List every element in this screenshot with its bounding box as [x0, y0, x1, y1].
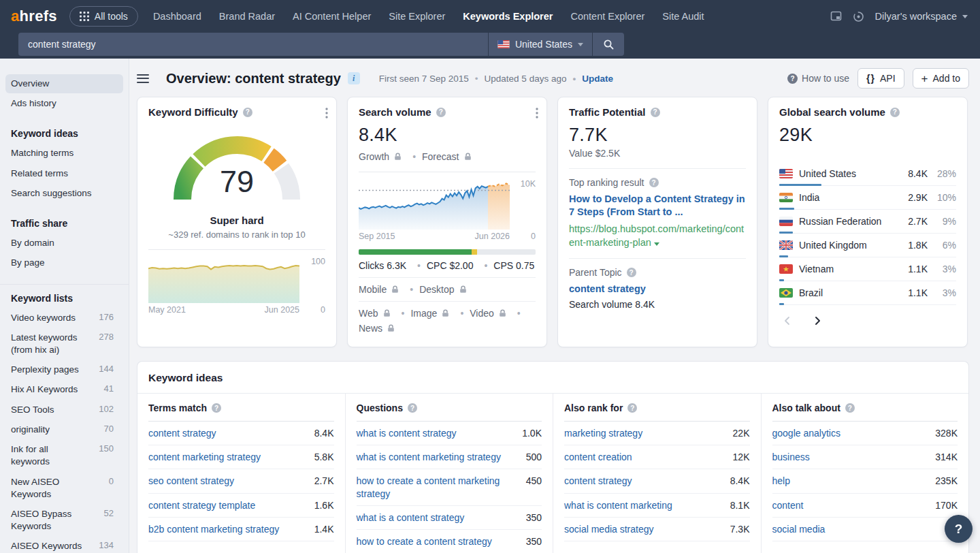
sidebar-list-perplexity-pages[interactable]: Perplexity pages144	[5, 360, 123, 379]
nav-item-keywords-explorer[interactable]: Keywords Explorer	[463, 11, 553, 22]
cps-metric: CPS 0.75	[493, 260, 534, 271]
keyword-link[interactable]: google analytics	[772, 427, 840, 439]
nav-item-ai-content-helper[interactable]: AI Content Helper	[293, 11, 371, 22]
workspace-name: Dilyar's workspace	[875, 11, 957, 22]
update-link[interactable]: Update	[566, 74, 613, 84]
keyword-link[interactable]: what is a content strategy	[357, 511, 465, 524]
terms-match-column: Terms match content strategy8.4K content…	[137, 394, 346, 553]
top-ranking-result-link[interactable]: How to Develop a Content Strategy in 7 S…	[569, 193, 746, 219]
help-icon[interactable]	[627, 403, 637, 413]
keyword-volume: 350	[526, 535, 542, 548]
sidebar-list-hix-ai-keywords[interactable]: Hix AI Keywords41	[5, 380, 123, 399]
keyword-difficulty-card: Keyword Difficulty 79 Super hard	[137, 97, 337, 347]
help-icon[interactable]	[651, 108, 660, 117]
help-icon[interactable]	[243, 108, 252, 117]
nav-item-content-explorer[interactable]: Content Explorer	[570, 11, 644, 22]
keyword-volume: 8.4K	[314, 427, 334, 439]
forecast-item[interactable]: Forecast	[422, 151, 471, 162]
keyword-link[interactable]: help	[772, 475, 790, 487]
api-button[interactable]: {} API	[858, 68, 904, 89]
web-item[interactable]: Web	[359, 308, 410, 319]
keyword-link[interactable]: how to create a content strategy	[357, 535, 492, 548]
keyword-link[interactable]: what is content marketing strategy	[357, 451, 501, 463]
all-tools-button[interactable]: All tools	[69, 6, 138, 27]
keyword-link[interactable]: content creation	[564, 451, 632, 463]
sidebar-list-originality[interactable]: originality70	[5, 420, 123, 439]
braces-icon: {}	[866, 73, 875, 84]
usage-gauge-icon[interactable]	[853, 11, 864, 22]
keyword-link[interactable]: content marketing strategy	[148, 451, 261, 463]
keyword-link[interactable]: what is content marketing	[564, 499, 672, 511]
sidebar-list-video-keywords[interactable]: Video keywords176	[5, 309, 123, 328]
sidebar-item-search-suggestions[interactable]: Search suggestions	[5, 184, 123, 203]
add-to-button[interactable]: + Add to	[913, 68, 969, 89]
kebab-menu-icon[interactable]	[534, 106, 540, 123]
sidebar-list-ink-for-all-keywords[interactable]: Ink for all keywords150	[5, 440, 123, 471]
growth-item[interactable]: Growth	[359, 151, 422, 162]
nav-item-site-explorer[interactable]: Site Explorer	[389, 11, 445, 22]
sidebar-item-by-page[interactable]: By page	[5, 253, 123, 272]
keyword-link[interactable]: content strategy	[564, 475, 632, 487]
keyword-link[interactable]: b2b content marketing strategy	[148, 523, 279, 535]
sidebar-list-aiseo-keywords[interactable]: AISEO Keywords134	[5, 537, 123, 553]
nav-item-dashboard[interactable]: Dashboard	[153, 11, 201, 22]
prev-page-icon[interactable]	[782, 314, 792, 330]
sidebar-item-matching-terms[interactable]: Matching terms	[5, 144, 123, 163]
help-icon[interactable]	[436, 108, 446, 117]
next-page-icon[interactable]	[813, 314, 823, 330]
workspace-menu[interactable]: Dilyar's workspace	[875, 11, 968, 22]
keyword-row: social media16	[772, 518, 958, 541]
keyword-link[interactable]: business	[772, 451, 810, 463]
help-icon[interactable]	[212, 403, 221, 413]
country-share-bar	[779, 303, 784, 305]
sidebar-item-by-domain[interactable]: By domain	[5, 234, 123, 253]
search-button[interactable]	[593, 33, 624, 56]
difficulty-chart-plot	[148, 255, 299, 303]
keyword-link[interactable]: content	[772, 499, 804, 511]
help-icon[interactable]	[890, 108, 900, 117]
sidebar-item-ads-history[interactable]: Ads history	[5, 94, 123, 113]
kebab-menu-icon[interactable]	[324, 106, 329, 123]
sidebar-item-related-terms[interactable]: Related terms	[5, 164, 123, 183]
mobile-item[interactable]: Mobile	[359, 284, 419, 295]
ahrefs-logo[interactable]: ahrefs	[11, 7, 57, 25]
menu-toggle-icon[interactable]	[137, 70, 150, 86]
keyword-link[interactable]: seo content strategy	[148, 475, 234, 487]
keyword-link[interactable]: how to create a content marketing strate…	[357, 475, 518, 499]
question-circle-icon	[787, 74, 798, 84]
keyword-link[interactable]: content strategy template	[148, 499, 255, 511]
help-chat-button[interactable]: ?	[945, 515, 973, 543]
video-item[interactable]: Video	[470, 308, 526, 319]
traffic-value: Value $2.5K	[569, 148, 746, 159]
help-icon[interactable]	[408, 403, 417, 413]
help-icon[interactable]	[627, 268, 636, 277]
keyword-row: content marketing strategy5.8K	[148, 445, 334, 469]
list-count: 41	[95, 383, 114, 396]
keyword-row: business314K	[772, 445, 958, 469]
sidebar-item-overview[interactable]: Overview	[5, 74, 123, 93]
sidebar-list-seo-tools[interactable]: SEO Tools102	[5, 400, 123, 420]
sidebar-list-aiseo-bypass-keywords[interactable]: AISEO Bypass Keywords52	[5, 505, 123, 536]
desktop-item[interactable]: Desktop	[419, 284, 466, 295]
how-to-use-link[interactable]: How to use	[787, 73, 849, 84]
country-select[interactable]: United States	[489, 39, 592, 50]
keyword-link[interactable]: marketing strategy	[564, 427, 642, 439]
info-badge-icon[interactable]: i	[348, 72, 360, 84]
keyword-link[interactable]: social media strategy	[564, 523, 654, 535]
news-item[interactable]: News	[359, 323, 395, 334]
flag-gb-icon	[779, 240, 793, 250]
sidebar-list-new-aiseo-keywords[interactable]: New AISEO Keywords0	[5, 473, 123, 504]
keyword-search-input[interactable]: content strategy	[18, 39, 488, 50]
keyword-link[interactable]: content strategy	[148, 427, 216, 439]
top-ranking-result-url[interactable]: https://blog.hubspot.com/marketing/conte…	[569, 222, 746, 250]
sidebar-list-latest-keywords[interactable]: Latest keywords (from hix ai)278	[5, 328, 123, 360]
nav-item-brand-radar[interactable]: Brand Radar	[219, 11, 275, 22]
image-item[interactable]: Image	[410, 308, 470, 319]
help-icon[interactable]	[649, 178, 659, 187]
parent-topic-link[interactable]: content strategy	[569, 283, 646, 294]
keyword-link[interactable]: what is content strategy	[357, 427, 457, 439]
keyword-link[interactable]: social media	[772, 523, 826, 535]
help-icon[interactable]	[845, 403, 855, 413]
device-icon[interactable]	[830, 11, 842, 22]
nav-item-site-audit[interactable]: Site Audit	[662, 11, 704, 22]
